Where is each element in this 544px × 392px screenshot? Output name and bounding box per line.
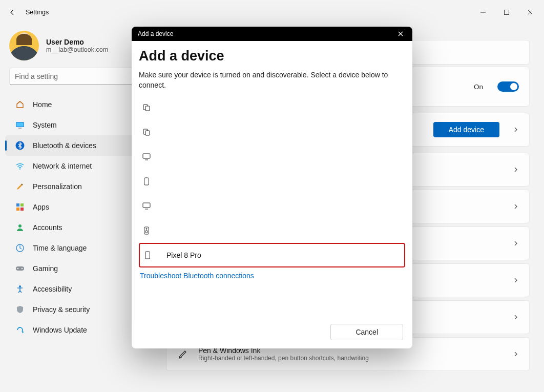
- modal-titlebar: Add a device: [132, 27, 412, 41]
- modal-description: Make sure your device is turned on and d…: [139, 70, 405, 90]
- svg-point-24: [146, 229, 147, 230]
- svg-rect-20: [143, 154, 150, 158]
- device-row[interactable]: [139, 145, 405, 169]
- monitor-icon: [142, 152, 151, 161]
- device-generic-icon: [142, 103, 151, 112]
- device-row[interactable]: [139, 169, 405, 194]
- phone-icon: [143, 251, 152, 260]
- device-row[interactable]: [139, 95, 405, 120]
- device-generic-icon: [142, 128, 151, 137]
- device-row[interactable]: [139, 194, 405, 218]
- device-row[interactable]: [139, 120, 405, 145]
- monitor-icon: [142, 201, 151, 211]
- troubleshoot-link[interactable]: Troubleshoot Bluetooth connections: [139, 267, 405, 280]
- speaker-icon: [142, 226, 151, 235]
- modal-close-button[interactable]: [395, 28, 406, 39]
- svg-rect-22: [143, 203, 150, 208]
- modal-heading: Add a device: [139, 48, 405, 64]
- svg-rect-26: [145, 252, 150, 259]
- modal-overlay: Add a device Add a device Make sure your…: [0, 0, 544, 392]
- phone-icon: [142, 177, 151, 186]
- device-row[interactable]: [139, 218, 405, 243]
- device-list: Pixel 8 Pro: [139, 95, 405, 267]
- svg-point-25: [145, 231, 148, 233]
- cancel-button[interactable]: Cancel: [330, 324, 403, 340]
- svg-rect-17: [145, 106, 150, 111]
- modal-titlebar-text: Add a device: [138, 30, 173, 37]
- device-row-pixel-8-pro[interactable]: Pixel 8 Pro: [139, 243, 405, 267]
- svg-rect-19: [145, 131, 150, 135]
- device-label: Pixel 8 Pro: [166, 251, 201, 259]
- add-device-modal: Add a device Add a device Make sure your…: [132, 27, 412, 348]
- svg-rect-21: [144, 178, 149, 185]
